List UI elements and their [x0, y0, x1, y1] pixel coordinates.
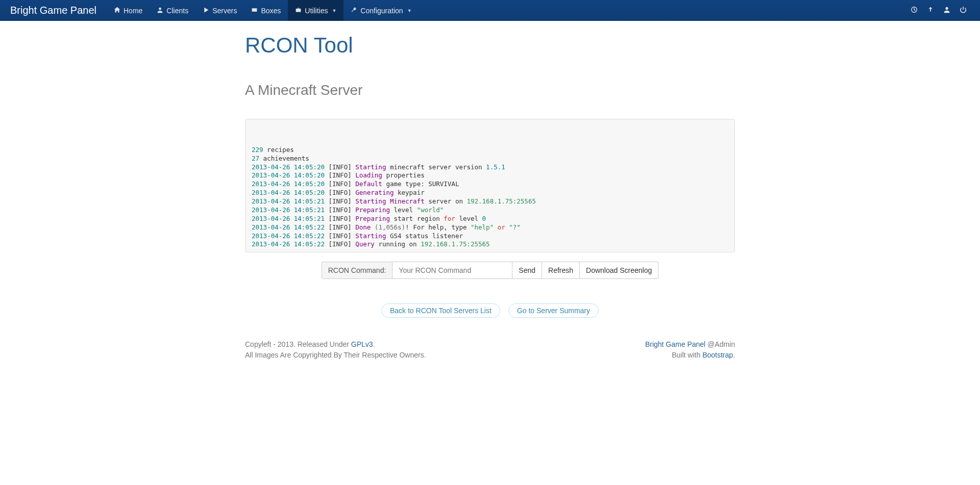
nav-home-label: Home — [124, 7, 142, 15]
play-icon — [203, 7, 209, 15]
chevron-down-icon: ▼ — [332, 8, 336, 13]
upload-icon[interactable] — [927, 6, 934, 15]
footer-left: Copyleft - 2013. Released Under GPLv3. A… — [245, 339, 426, 361]
go-to-summary-button[interactable]: Go to Server Summary — [508, 303, 599, 318]
briefcase-icon — [295, 7, 302, 15]
bootstrap-link[interactable]: Bootstrap — [702, 351, 733, 359]
nav-home[interactable]: Home — [107, 0, 150, 21]
back-to-list-button[interactable]: Back to RCON Tool Servers List — [381, 303, 500, 318]
send-button[interactable]: Send — [512, 262, 542, 279]
console-output: 229 recipes 27 achievements 2013-04-26 1… — [245, 119, 735, 252]
main-container: RCON Tool A Minecraft Server 229 recipes… — [245, 21, 735, 361]
hdd-icon — [251, 7, 258, 15]
nav-boxes[interactable]: Boxes — [244, 0, 288, 21]
nav-servers-label: Servers — [212, 7, 237, 15]
footer-left-2: All Images Are Copyrighted By Their Resp… — [245, 350, 426, 361]
chevron-down-icon: ▼ — [407, 8, 412, 13]
wrench-icon — [351, 7, 357, 15]
footer-period: . — [733, 351, 735, 359]
rcon-command-input[interactable] — [392, 262, 512, 279]
nav-clients-label: Clients — [166, 7, 188, 15]
refresh-button[interactable]: Refresh — [542, 262, 580, 279]
profile-icon[interactable] — [943, 6, 950, 15]
footer-built-with: Built with — [672, 351, 702, 359]
nav-right — [911, 6, 970, 15]
home-icon — [114, 7, 120, 15]
brand[interactable]: Bright Game Panel — [10, 5, 96, 16]
footer: Copyleft - 2013. Released Under GPLv3. A… — [245, 339, 735, 361]
nav-boxes-label: Boxes — [261, 7, 281, 15]
nav-utilities-label: Utilities — [305, 7, 328, 15]
power-icon[interactable] — [960, 6, 967, 15]
top-navbar: Bright Game Panel Home Clients Servers B… — [0, 0, 980, 21]
nav-configuration[interactable]: Configuration ▼ — [344, 0, 419, 21]
nav-utilities[interactable]: Utilities ▼ — [288, 0, 344, 21]
nav-clients[interactable]: Clients — [150, 0, 195, 21]
nav-servers[interactable]: Servers — [195, 0, 244, 21]
command-row: RCON Command: Send Refresh Download Scre… — [245, 262, 735, 279]
nav-configuration-label: Configuration — [360, 7, 403, 15]
download-screenlog-button[interactable]: Download Screenlog — [580, 262, 658, 279]
license-link[interactable]: GPLv3 — [351, 340, 373, 348]
brand-link[interactable]: Bright Game Panel — [645, 340, 705, 348]
footer-left-1a: Copyleft - 2013. Released Under — [245, 340, 351, 348]
user-icon — [157, 7, 163, 15]
link-row: Back to RCON Tool Servers List Go to Ser… — [245, 303, 735, 318]
clock-icon[interactable] — [911, 6, 918, 15]
nav-left: Home Clients Servers Boxes Utilities — [107, 0, 419, 21]
rcon-command-label: RCON Command: — [322, 262, 393, 279]
footer-right: Bright Game Panel @Admin Built with Boot… — [645, 339, 735, 361]
footer-left-1b: . — [373, 340, 375, 348]
footer-admin: @Admin — [705, 340, 735, 348]
page-title: RCON Tool — [245, 33, 735, 58]
server-name: A Minecraft Server — [245, 82, 735, 98]
